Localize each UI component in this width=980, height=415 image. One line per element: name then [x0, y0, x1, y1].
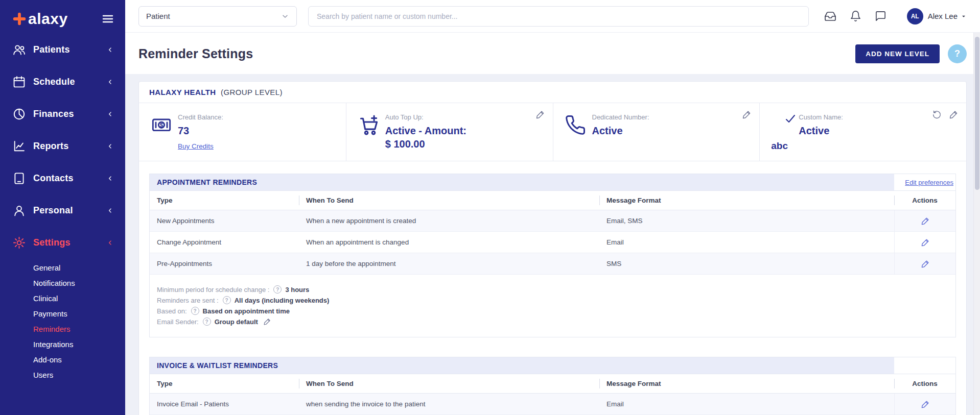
sidebar-nav: Patients Schedule Finances [0, 34, 125, 387]
sidebar-item-label: Reports [33, 141, 106, 152]
banknote-icon: $ [150, 114, 174, 151]
help-circle-icon[interactable]: ? [223, 296, 231, 304]
logo-text: alaxy [28, 10, 68, 28]
page-header: Reminder Settings ADD NEW LEVEL ? [125, 33, 980, 74]
column-header-actions: Actions [894, 191, 955, 210]
pref-label: Based on: [157, 307, 187, 315]
edit-pencil-icon[interactable] [742, 110, 752, 119]
cell-format: Email [599, 394, 894, 414]
stat-value: Active [799, 124, 843, 137]
search-input[interactable] [317, 12, 800, 20]
appointment-table-header: Type When To Send Message Format Actions [150, 190, 955, 210]
hamburger-icon[interactable] [102, 13, 114, 25]
buy-credits-link[interactable]: Buy Credits [178, 142, 214, 150]
patients-icon [12, 43, 26, 57]
user-menu[interactable]: AL Alex Lee [907, 8, 967, 25]
sidebar-item-personal[interactable]: Personal [0, 194, 125, 227]
group-name: HALAXY HEALTH [149, 88, 216, 96]
page-title: Reminder Settings [138, 46, 253, 61]
invoice-waitlist-title: INVOICE & WAITLIST REMINDERS [150, 357, 894, 374]
patient-filter-select[interactable]: Patient [138, 6, 297, 27]
bell-icon[interactable] [850, 10, 861, 22]
stat-credit-balance: $ Credit Balance: 73 Buy Credits [139, 103, 346, 161]
finances-icon [12, 107, 26, 121]
column-header-format: Message Format [599, 374, 894, 393]
sidebar-subitem-notifications[interactable]: Notifications [33, 275, 125, 290]
sidebar-item-schedule[interactable]: Schedule [0, 66, 125, 98]
global-search [308, 6, 809, 27]
sidebar-item-label: Settings [33, 237, 106, 248]
sidebar-item-patients[interactable]: Patients [0, 34, 125, 66]
edit-pencil-icon[interactable] [921, 259, 930, 268]
schedule-icon [12, 75, 26, 89]
chevron-left-icon [106, 110, 114, 118]
chat-icon[interactable] [875, 10, 886, 22]
stat-value: 73 [178, 124, 223, 137]
sidebar-item-contacts[interactable]: Contacts [0, 162, 125, 194]
help-circle-icon[interactable]: ? [203, 318, 211, 326]
edit-pencil-icon[interactable] [263, 318, 271, 326]
chevron-left-icon [106, 78, 114, 86]
edit-pencil-icon[interactable] [921, 238, 930, 247]
sidebar-subitem-reminders[interactable]: Reminders [33, 321, 125, 336]
help-button[interactable]: ? [948, 44, 967, 63]
settings-icon [12, 236, 26, 250]
reminder-preferences: Minimum period for schedule change : ? 3… [150, 275, 955, 337]
help-circle-icon[interactable]: ? [191, 307, 199, 315]
sidebar: alaxy Patients Schedule [0, 0, 125, 415]
stat-label: Credit Balance: [178, 113, 223, 121]
cell-when: 1 day before the appointment [299, 253, 599, 274]
cell-format: SMS [599, 253, 894, 274]
sidebar-item-label: Personal [33, 205, 106, 216]
edit-pencil-icon[interactable] [535, 110, 545, 119]
sidebar-subitem-payments[interactable]: Payments [33, 306, 125, 321]
cell-format: Email [599, 232, 894, 253]
column-header-when: When To Send [299, 374, 599, 393]
invoice-waitlist-reminders-section: INVOICE & WAITLIST REMINDERS Type When T… [149, 357, 956, 415]
pref-reminders-sent: Reminders are sent : ? All days (includi… [157, 296, 948, 304]
sidebar-item-reports[interactable]: Reports [0, 130, 125, 162]
invoice-table-header: Type When To Send Message Format Actions [150, 374, 955, 394]
appointment-reminders-section: APPOINTMENT REMINDERS Edit preferences T… [149, 174, 956, 337]
halaxy-logo[interactable]: alaxy [12, 10, 68, 28]
pref-value: Group default [215, 318, 258, 326]
svg-text:$: $ [160, 121, 164, 128]
chevron-left-icon [106, 142, 114, 150]
sidebar-item-finances[interactable]: Finances [0, 98, 125, 130]
table-row: Pre-Appointments 1 day before the appoin… [150, 253, 955, 275]
edit-preferences-link[interactable]: Edit preferences [905, 179, 953, 186]
reports-icon [12, 139, 26, 153]
stat-custom-name: abc Custom Name: Active [759, 103, 966, 161]
filter-selected-value: Patient [146, 12, 170, 20]
sidebar-subitem-clinical[interactable]: Clinical [33, 290, 125, 306]
cell-format: Email, SMS [599, 210, 894, 231]
edit-pencil-icon[interactable] [921, 400, 930, 409]
sidebar-subitem-users[interactable]: Users [33, 367, 125, 382]
table-row: New Appointments When a new appointment … [150, 210, 955, 232]
help-circle-icon[interactable]: ? [273, 285, 282, 294]
sidebar-item-label: Schedule [33, 77, 106, 87]
group-level-suffix: (GROUP LEVEL) [221, 88, 283, 96]
stat-value-amount: $ 100.00 [385, 137, 466, 151]
sidebar-item-label: Contacts [33, 173, 106, 184]
abc-check-icon: abc [771, 114, 795, 151]
sidebar-subitem-addons[interactable]: Add-ons [33, 352, 125, 367]
sidebar-subitem-integrations[interactable]: Integrations [33, 336, 125, 352]
inbox-icon[interactable] [824, 10, 836, 22]
add-new-level-button[interactable]: ADD NEW LEVEL [855, 44, 940, 63]
edit-pencil-icon[interactable] [949, 110, 959, 119]
chevron-left-icon [106, 207, 114, 214]
history-icon[interactable] [932, 110, 942, 119]
scrollbar-thumb[interactable] [975, 37, 979, 190]
sidebar-item-settings[interactable]: Settings [0, 227, 125, 259]
chevron-down-icon [281, 12, 289, 20]
column-header-actions: Actions [894, 374, 955, 393]
sidebar-subitem-general[interactable]: General [33, 260, 125, 275]
stat-dedicated-number: Dedicated Number: Active [553, 103, 760, 161]
phone-icon [565, 114, 588, 151]
column-header-when: When To Send [299, 191, 599, 210]
vertical-scrollbar[interactable] [973, 33, 980, 415]
edit-pencil-icon[interactable] [921, 216, 930, 226]
column-header-type: Type [150, 191, 299, 210]
appointment-reminders-title: APPOINTMENT REMINDERS [150, 174, 894, 190]
